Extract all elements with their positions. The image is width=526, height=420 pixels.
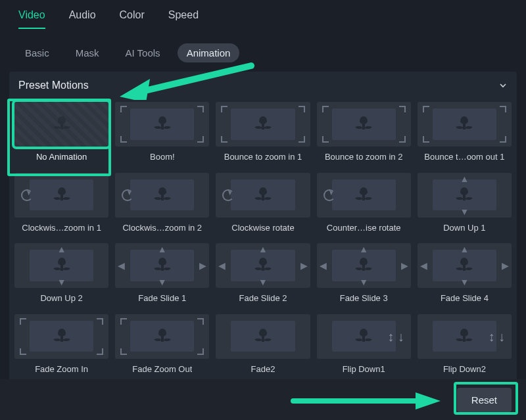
preset-thumbnail: [317, 102, 411, 147]
preset-thumbnail: ▲▼◀▶: [418, 243, 512, 288]
main-tab-bar: Video Audio Color Speed: [0, 0, 526, 37]
preset-thumbnail: ▲▼◀▶: [216, 243, 310, 288]
preset-tile[interactable]: ↕ ↓Flip Down1: [317, 314, 411, 381]
preset-tile[interactable]: Clockwise rotate: [216, 173, 310, 240]
preset-thumbnail: [115, 102, 209, 147]
preset-label: Clockwise rotate: [231, 223, 294, 235]
preset-label: Down Up 1: [443, 223, 485, 235]
preset-label: Flip Down1: [343, 364, 385, 376]
preset-label: Fade Slide 3: [340, 293, 388, 305]
preset-thumbnail: [216, 102, 310, 147]
preset-thumbnail: ↕ ↓: [418, 314, 512, 359]
preset-label: Clockwis…zoom in 1: [22, 223, 101, 235]
preset-thumbnail: [216, 314, 310, 359]
footer-bar: Reset: [0, 379, 526, 420]
preset-tile[interactable]: Fade Zoom In: [14, 314, 108, 381]
preset-tile[interactable]: Clockwis…zoom in 1: [14, 173, 108, 240]
preset-tile[interactable]: ▲▼◀▶Fade Slide 1: [115, 243, 209, 310]
preset-thumbnail: [418, 102, 512, 147]
sub-tab-basic[interactable]: Basic: [16, 43, 59, 62]
preset-motions-header[interactable]: Preset Motions: [9, 72, 517, 99]
main-tab-speed[interactable]: Speed: [168, 9, 199, 29]
preset-thumbnail: [317, 173, 411, 218]
preset-thumbnail: [14, 173, 108, 218]
preset-tile[interactable]: ▲▼Down Up 2: [14, 243, 108, 310]
preset-label: Boom!: [150, 152, 175, 164]
preset-thumbnail: [115, 314, 209, 359]
preset-tile[interactable]: No Animation: [14, 102, 108, 169]
preset-label: Down Up 2: [40, 293, 82, 305]
preset-tile[interactable]: ▲▼◀▶Fade Slide 3: [317, 243, 411, 310]
preset-grid: No AnimationBoom!Bounce to zoom in 1Boun…: [9, 99, 517, 388]
preset-tile[interactable]: ▲▼◀▶Fade Slide 4: [418, 243, 512, 310]
preset-label: Flip Down2: [443, 364, 486, 376]
preset-tile[interactable]: Boom!: [115, 102, 209, 169]
reset-button[interactable]: Reset: [457, 388, 512, 412]
preset-label: Fade Zoom Out: [132, 364, 192, 376]
sub-tab-bar: Basic Mask AI Tools Animation: [0, 37, 526, 72]
preset-label: Fade Zoom In: [35, 364, 88, 376]
sub-tab-ai-tools[interactable]: AI Tools: [116, 43, 170, 62]
preset-label: Bounce to zoom in 1: [224, 152, 302, 164]
sub-tab-animation[interactable]: Animation: [178, 43, 240, 62]
preset-thumbnail: ↕ ↓: [317, 314, 411, 359]
main-tab-color[interactable]: Color: [120, 9, 145, 29]
preset-thumbnail: [115, 173, 209, 218]
preset-label: Bounce t…oom out 1: [424, 152, 504, 164]
section-title: Preset Motions: [18, 80, 89, 91]
preset-tile[interactable]: Clockwis…zoom in 2: [115, 173, 209, 240]
preset-thumbnail: [216, 173, 310, 218]
preset-label: Fade Slide 2: [239, 293, 287, 305]
main-tab-audio[interactable]: Audio: [69, 9, 96, 29]
preset-thumbnail: [14, 102, 108, 147]
preset-tile[interactable]: Fade Zoom Out: [115, 314, 209, 381]
preset-tile[interactable]: Bounce to zoom in 1: [216, 102, 310, 169]
preset-tile[interactable]: ▲▼Down Up 1: [418, 173, 512, 240]
preset-label: Bounce to zoom in 2: [325, 152, 403, 164]
preset-thumbnail: ▲▼: [418, 173, 512, 218]
sub-tab-mask[interactable]: Mask: [66, 43, 108, 62]
preset-label: Clockwis…zoom in 2: [122, 223, 202, 235]
preset-tile[interactable]: ▲▼◀▶Fade Slide 2: [216, 243, 310, 310]
main-tab-video[interactable]: Video: [18, 9, 45, 29]
preset-thumbnail: [14, 314, 108, 359]
preset-label: Fade Slide 4: [441, 293, 489, 305]
preset-label: Counter…ise rotate: [327, 223, 401, 235]
preset-thumbnail: ▲▼◀▶: [115, 243, 209, 288]
preset-motions-section: Preset Motions No AnimationBoom!Bounce t…: [9, 72, 517, 388]
preset-tile[interactable]: Fade2: [216, 314, 310, 381]
preset-label: Fade2: [251, 364, 275, 376]
preset-thumbnail: ▲▼◀▶: [317, 243, 411, 288]
preset-tile[interactable]: Counter…ise rotate: [317, 173, 411, 240]
preset-thumbnail: ▲▼: [14, 243, 108, 288]
preset-label: No Animation: [36, 152, 87, 164]
preset-tile[interactable]: Bounce t…oom out 1: [418, 102, 512, 169]
preset-tile[interactable]: Bounce to zoom in 2: [317, 102, 411, 169]
preset-tile[interactable]: ↕ ↓Flip Down2: [418, 314, 512, 381]
preset-label: Fade Slide 1: [138, 293, 186, 305]
chevron-down-icon: [498, 81, 508, 90]
